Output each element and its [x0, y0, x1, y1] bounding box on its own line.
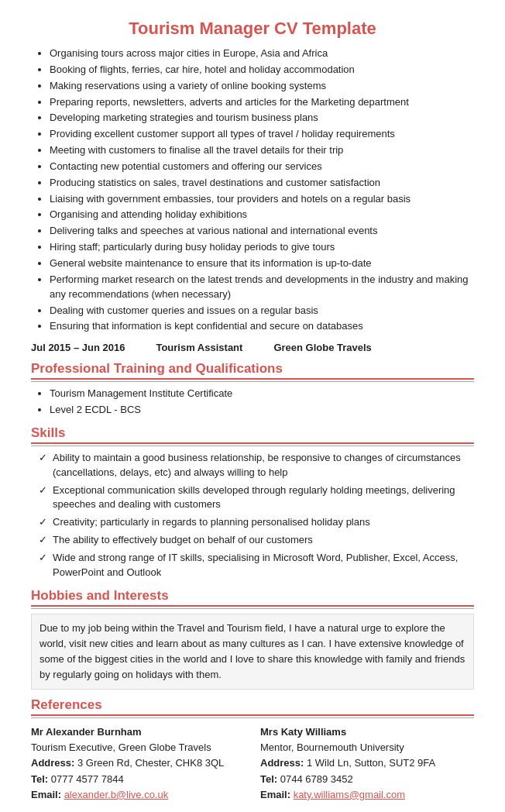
ref2-tel-value: 0744 6789 3452 — [280, 773, 353, 785]
list-item: Creativity; particularly in regards to p… — [39, 515, 474, 530]
training-heading: Professional Training and Qualifications — [31, 361, 474, 377]
ref1-address: Address: 3 Green Rd, Chester, CHK8 3QL — [31, 755, 245, 771]
list-item: Dealing with customer queries and issues… — [50, 304, 474, 318]
list-item: Exceptional communication skills develop… — [39, 483, 474, 513]
training-divider — [31, 378, 474, 380]
references-heading: References — [31, 697, 474, 713]
ref2-email: Email: katy.williams@gmail.com — [260, 787, 474, 803]
job-dates: Jul 2015 – Jun 2016 — [31, 342, 125, 353]
list-item: Booking of flights, ferries, car hire, h… — [50, 63, 474, 77]
list-item: Hiring staff; particularly during busy h… — [50, 240, 474, 255]
list-item: Preparing reports, newsletters, adverts … — [50, 95, 474, 110]
reference-1: Mr Alexander Burnham Tourism Executive, … — [31, 724, 245, 803]
ref2-name: Mrs Katy Williams — [260, 724, 474, 740]
job-company: Green Globe Travels — [273, 342, 371, 353]
job-entry: Jul 2015 – Jun 2016 Tourism Assistant Gr… — [31, 342, 474, 353]
list-item: General website maintenance to ensure th… — [50, 256, 474, 271]
hobbies-divider-gray — [31, 608, 474, 609]
references-divider — [31, 714, 474, 716]
ref2-address-value: 1 Wild Ln, Sutton, SUT2 9FA — [307, 757, 435, 769]
ref1-title: Tourism Executive, Green Globe Travels — [31, 740, 245, 755]
skills-heading: Skills — [31, 425, 474, 441]
list-item: The ability to effectively budget on beh… — [39, 533, 474, 548]
skills-divider — [31, 442, 474, 444]
page-title: Tourism Manager CV Template — [31, 19, 474, 39]
list-item: Contacting new potential customers and o… — [50, 160, 474, 174]
list-item: Delivering talks and speeches at various… — [50, 224, 474, 239]
ref2-email-label: Email: — [260, 789, 290, 800]
list-item: Performing market research on the latest… — [50, 273, 474, 302]
list-item: Organising tours across major cities in … — [50, 46, 474, 61]
ref1-email-label: Email: — [31, 789, 61, 800]
list-item: Organising and attending holiday exhibit… — [50, 208, 474, 222]
hobbies-heading: Hobbies and Interests — [31, 588, 474, 604]
list-item: Liaising with government embassies, tour… — [50, 192, 474, 207]
list-item: Wide and strong range of IT skills, spec… — [39, 551, 474, 580]
list-item: Meeting with customers to finalise all t… — [50, 143, 474, 158]
training-list: Tourism Management Institute Certificate… — [31, 387, 474, 418]
skills-list: Ability to maintain a good business rela… — [31, 451, 474, 580]
list-item: Ability to maintain a good business rela… — [39, 451, 474, 480]
duties-list: Organising tours across major cities in … — [31, 46, 474, 334]
list-item: Making reservations using a variety of o… — [50, 79, 474, 94]
list-item: Producing statistics on sales, travel de… — [50, 176, 474, 191]
ref2-address: Address: 1 Wild Ln, Sutton, SUT2 9FA — [260, 755, 474, 771]
ref1-tel-value: 0777 4577 7844 — [51, 773, 124, 785]
ref1-address-label: Address: — [31, 757, 74, 769]
reference-2: Mrs Katy Williams Mentor, Bournemouth Un… — [260, 724, 474, 803]
ref2-title: Mentor, Bournemouth University — [260, 740, 474, 755]
ref1-email-link[interactable]: alexander.b@live.co.uk — [64, 789, 169, 800]
hobbies-divider — [31, 605, 474, 607]
ref2-address-label: Address: — [260, 757, 304, 769]
list-item: Tourism Management Institute Certificate — [50, 387, 474, 401]
training-divider-gray — [31, 381, 474, 382]
ref1-email: Email: alexander.b@live.co.uk — [31, 787, 245, 803]
ref2-email-link[interactable]: katy.williams@gmail.com — [294, 789, 405, 800]
references-divider-gray — [31, 717, 474, 718]
list-item: Level 2 ECDL - BCS — [50, 403, 474, 418]
job-title: Tourism Assistant — [156, 342, 242, 353]
ref2-tel: Tel: 0744 6789 3452 — [260, 772, 474, 787]
list-item: Providing excellent customer support all… — [50, 127, 474, 142]
skills-divider-gray — [31, 446, 474, 446]
ref1-name: Mr Alexander Burnham — [31, 724, 245, 740]
list-item: Developing marketing strategies and tour… — [50, 111, 474, 126]
ref2-tel-label: Tel: — [260, 773, 277, 785]
ref1-tel-label: Tel: — [31, 773, 48, 785]
hobbies-text: Due to my job being within the Travel an… — [31, 614, 474, 690]
ref1-tel: Tel: 0777 4577 7844 — [31, 772, 245, 787]
references-container: Mr Alexander Burnham Tourism Executive, … — [31, 724, 474, 803]
list-item: Ensuring that information is kept confid… — [50, 319, 474, 334]
ref1-address-value: 3 Green Rd, Chester, CHK8 3QL — [77, 757, 224, 769]
